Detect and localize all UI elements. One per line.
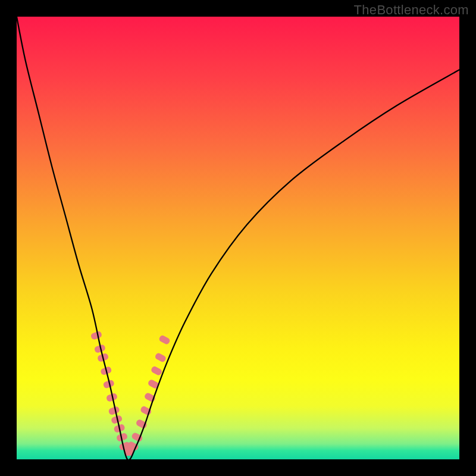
curve-marker — [154, 352, 167, 363]
curve-layer — [17, 17, 459, 459]
curve-marker — [158, 334, 171, 345]
watermark-text: TheBottleneck.com — [354, 2, 469, 18]
curve-marker — [151, 365, 163, 376]
marker-group — [90, 330, 171, 456]
bottleneck-curve — [17, 17, 459, 460]
plot-area — [17, 17, 459, 459]
curve-marker — [90, 330, 103, 340]
chart-frame: TheBottleneck.com — [0, 0, 476, 476]
